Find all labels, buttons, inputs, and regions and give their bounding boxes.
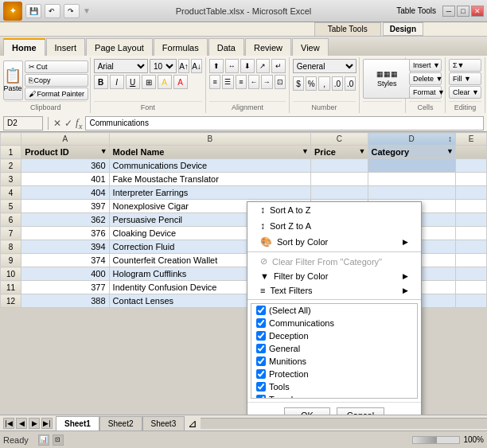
cell-a9[interactable]: 374 [21, 254, 109, 267]
italic-button[interactable]: I [110, 75, 124, 89]
merge-button[interactable]: ⊡ [275, 75, 286, 89]
quick-undo-btn[interactable]: ↶ [45, 4, 60, 18]
cell-e3[interactable] [455, 173, 486, 186]
format-cells-button[interactable]: Format ▼ [409, 86, 442, 99]
fill-button[interactable]: Fill ▼ [449, 72, 481, 85]
align-center-button[interactable]: ☰ [222, 75, 233, 89]
cell-e1[interactable] [455, 146, 486, 159]
checkbox-munitions-input[interactable] [256, 356, 266, 366]
checkbox-general[interactable]: General [251, 342, 417, 355]
cell-e10[interactable] [455, 267, 486, 281]
cell-d4[interactable] [368, 186, 455, 200]
sheet-tab-3[interactable]: Sheet3 [142, 416, 185, 430]
paste-button[interactable]: 📋 Paste [3, 60, 23, 100]
quick-redo-btn[interactable]: ↷ [64, 4, 80, 18]
cell-b2[interactable]: Communications Device [109, 159, 310, 173]
checkbox-munitions[interactable]: Munitions [251, 355, 417, 368]
tab-insert[interactable]: Insert [46, 38, 86, 56]
fill-color-button[interactable]: A [158, 75, 172, 89]
border-button[interactable]: ⊞ [142, 75, 156, 89]
increase-decimal-button[interactable]: .0 [332, 76, 343, 91]
cell-e6[interactable] [455, 213, 486, 227]
cell-e2[interactable] [455, 159, 486, 173]
wrap-text-button[interactable]: ↵ [271, 59, 286, 73]
col-header-c[interactable]: C [311, 133, 368, 146]
sheet-tab-2[interactable]: Sheet2 [99, 416, 142, 430]
checkbox-tools-input[interactable] [256, 382, 266, 392]
cell-d1[interactable]: Category ▼ [368, 146, 455, 159]
scroll-horizontal[interactable] [201, 418, 487, 429]
checkbox-select-all-input[interactable] [256, 306, 266, 315]
font-name-select[interactable]: Arial [94, 59, 148, 73]
styles-button[interactable]: ▦▦▦ Styles [363, 59, 411, 99]
cell-a7[interactable]: 376 [21, 227, 109, 240]
filter-cancel-button[interactable]: Cancel [337, 407, 384, 415]
cell-c2[interactable] [311, 159, 368, 173]
checkbox-travel-input[interactable] [256, 395, 266, 399]
col-header-e[interactable]: E [455, 133, 486, 146]
insert-cells-button[interactable]: Insert ▼ [409, 59, 442, 72]
sort-az-item[interactable]: ↕ Sort A to Z [247, 202, 421, 218]
align-middle-button[interactable]: ↔ [225, 59, 240, 73]
sort-by-color-item[interactable]: 🎨 Sort by Color ▶ [247, 234, 421, 250]
checkbox-protection-input[interactable] [256, 369, 266, 379]
cell-b4[interactable]: Interpreter Earrings [109, 186, 310, 200]
cell-a6[interactable]: 362 [21, 213, 109, 227]
clear-button[interactable]: Clear ▼ [449, 86, 481, 99]
format-painter-button[interactable]: 🖌 Format Painter [25, 88, 89, 100]
cell-e11[interactable] [455, 281, 486, 294]
cell-a10[interactable]: 400 [21, 267, 109, 281]
filter-btn-d[interactable]: ▼ [446, 147, 454, 155]
checkbox-protection[interactable]: Protection [251, 368, 417, 380]
sheet-tab-1[interactable]: Sheet1 [56, 416, 99, 430]
font-color-button[interactable]: A [173, 75, 188, 89]
office-icon[interactable]: ✦ [3, 2, 22, 21]
close-button[interactable]: ✕ [471, 6, 484, 17]
grow-font-button[interactable]: A↑ [178, 59, 189, 73]
cell-e8[interactable] [455, 240, 486, 254]
checkbox-tools[interactable]: Tools [251, 380, 417, 393]
cell-d2[interactable] [368, 159, 455, 173]
checkbox-communications-input[interactable] [256, 318, 266, 328]
decrease-decimal-button[interactable]: .0 [345, 76, 356, 91]
font-size-select[interactable]: 10 [150, 59, 177, 73]
sort-za-item[interactable]: ↕ Sort Z to A [247, 218, 421, 234]
filter-by-color-item[interactable]: ▼ Filter by Color ▶ [247, 269, 421, 283]
filter-ok-button[interactable]: OK [284, 407, 330, 415]
cell-a2[interactable]: 360 [21, 159, 109, 173]
increase-indent-button[interactable]: → [261, 75, 272, 89]
cell-c1[interactable]: Price ▼ [311, 146, 368, 159]
col-header-b[interactable]: B [109, 133, 310, 146]
align-right-button[interactable]: ≡ [236, 75, 247, 89]
cell-e12[interactable] [455, 294, 486, 308]
text-filters-item[interactable]: ≡ Text Filters ▶ [247, 283, 421, 298]
quick-save-btn[interactable]: 💾 [25, 4, 41, 18]
cell-c4[interactable] [311, 186, 368, 200]
bold-button[interactable]: B [94, 75, 108, 89]
align-left-button[interactable]: ≡ [209, 75, 220, 89]
checkbox-select-all[interactable]: (Select All) [251, 304, 417, 317]
cell-c3[interactable] [311, 173, 368, 186]
cell-e7[interactable] [455, 227, 486, 240]
filter-btn-b[interactable]: ▼ [302, 147, 309, 155]
cell-b3[interactable]: Fake Moustache Translator [109, 173, 310, 186]
last-sheet-button[interactable]: ▶| [41, 418, 53, 429]
shrink-font-button[interactable]: A↓ [191, 59, 202, 73]
formula-input[interactable] [85, 116, 484, 131]
filter-btn-a[interactable]: ▼ [100, 147, 107, 155]
cell-d3[interactable] [368, 173, 455, 186]
cell-e5[interactable] [455, 200, 486, 213]
restore-button[interactable]: □ [457, 6, 469, 17]
comma-button[interactable]: , [318, 76, 329, 91]
tab-data[interactable]: Data [208, 38, 244, 56]
zoom-slider[interactable] [412, 436, 460, 444]
confirm-formula-icon[interactable]: ✓ [64, 118, 72, 129]
tab-formulas[interactable]: Formulas [154, 38, 208, 56]
cell-e9[interactable] [455, 254, 486, 267]
cell-reference-box[interactable]: D2 [3, 116, 43, 131]
design-tab[interactable]: Design [383, 22, 423, 36]
col-header-a[interactable]: A [21, 133, 109, 146]
decrease-indent-button[interactable]: ← [248, 75, 259, 89]
align-top-button[interactable]: ⬆ [209, 59, 224, 73]
cell-a8[interactable]: 394 [21, 240, 109, 254]
